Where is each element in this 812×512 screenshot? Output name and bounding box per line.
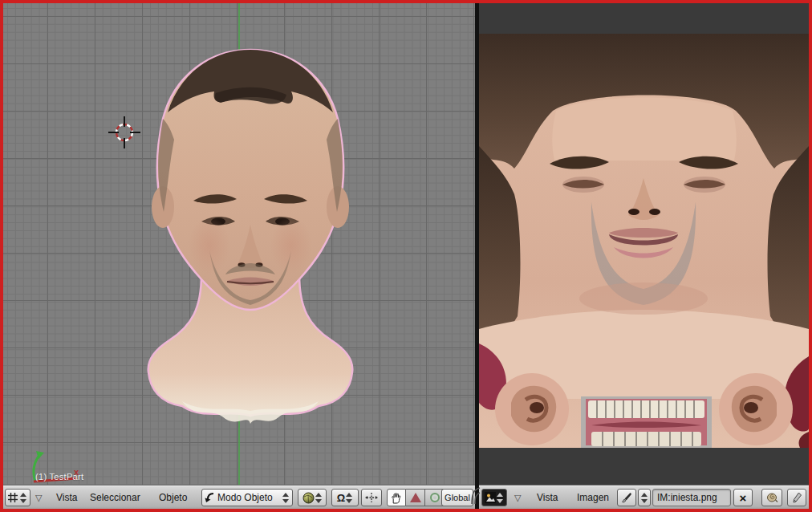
image-browse-button[interactable] [617,489,636,506]
editor-type-button-uv[interactable] [481,489,507,506]
edit-pen-button[interactable] [787,489,806,506]
area-resize-handle[interactable] [469,486,481,506]
object-info-label: (1) TestPart [35,472,83,482]
manipulator-enable-toggle[interactable] [387,489,406,506]
snail-lock-icon [766,492,778,503]
dashed-move-arrows-icon [365,492,378,503]
menu-vista-uv[interactable]: Vista [535,489,559,506]
object-mode-arrow-icon [204,492,215,503]
mode-dropdown[interactable]: Modo Objeto [201,489,293,506]
menu-objeto[interactable]: Objeto [157,489,189,506]
texture-image-iniesta [479,34,809,448]
image-browse-stepper[interactable] [638,489,651,506]
header-collapse-button[interactable]: ▽ [35,489,42,506]
texture-ear-left [495,373,569,445]
grid-3x3-icon [7,492,18,503]
editor-type-stepper[interactable] [18,489,29,506]
omega-rotation-center-icon: Ω [337,492,345,504]
orientation-value: Global [445,493,470,502]
manipulator-translate-toggle[interactable] [406,489,425,506]
shaded-sphere-icon [302,492,315,504]
pen-icon [792,492,802,503]
head-model[interactable] [136,43,368,430]
triangle-down-icon: ▽ [514,493,521,503]
header-3d-view: ▽ Vista Seleccionar Objeto Modo Objeto Ω [3,485,475,509]
draw-type-stepper[interactable] [315,489,323,506]
blender-window: x (1) TestPart [0,0,812,512]
transform-widget-button[interactable] [361,489,382,506]
uv-image-editor[interactable] [479,3,809,485]
pivot-dropdown[interactable]: Ω [331,489,359,506]
image-editor-icon [485,492,496,503]
mode-dropdown-value: Modo Objeto [217,492,273,503]
texture-teeth-plate [581,396,712,448]
hand-icon [391,492,402,504]
image-name-field[interactable]: IM:iniesta.png [652,489,731,506]
realtime-lock-button[interactable] [761,489,782,506]
image-name-value: IM:iniesta.png [657,492,717,503]
editor-type-button[interactable] [5,489,30,506]
texture-ear-right [719,373,793,445]
header-uv-editor: ▽ Vista Imagen IM:iniesta.png × [479,485,809,509]
menu-vista[interactable]: Vista [55,489,79,506]
draw-type-dropdown[interactable] [298,489,327,506]
menu-imagen-uv[interactable]: Imagen [575,489,611,506]
mode-dropdown-stepper[interactable] [280,489,290,506]
red-triangle-icon [410,493,421,502]
pivot-stepper[interactable] [345,489,353,506]
close-icon: × [740,492,747,504]
triangle-down-icon: ▽ [35,493,42,503]
unlink-image-button[interactable]: × [733,489,753,506]
editor-type-stepper-uv[interactable] [496,489,504,506]
viewport-3d[interactable]: x (1) TestPart [3,3,475,485]
menu-seleccionar[interactable]: Seleccionar [88,489,142,506]
green-circle-icon [430,493,440,502]
header-collapse-button-uv[interactable]: ▽ [514,489,521,506]
paint-brush-icon [621,492,632,503]
